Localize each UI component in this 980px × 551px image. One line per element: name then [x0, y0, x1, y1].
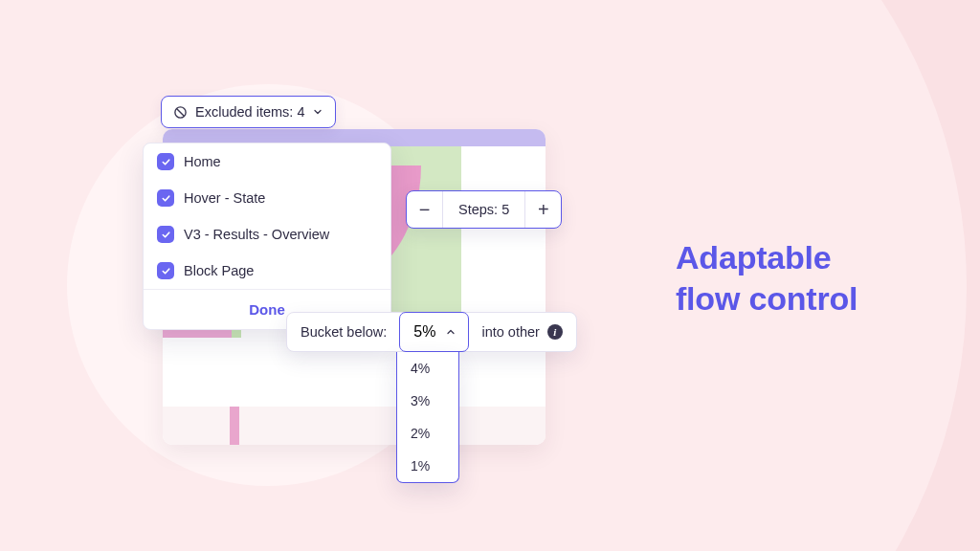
bucket-percent-dropdown: 4% 3% 2% 1% — [396, 352, 459, 483]
checkbox-checked-icon[interactable] — [157, 262, 174, 279]
bucket-after-label: into other i — [468, 313, 575, 351]
preview-stripe — [461, 146, 546, 338]
bucket-percent-option[interactable]: 4% — [397, 352, 458, 385]
ban-icon — [173, 105, 188, 120]
excluded-item-label: Hover - State — [184, 190, 265, 206]
bucket-percent-option[interactable]: 3% — [397, 385, 458, 417]
chevron-down-icon — [312, 106, 323, 118]
excluded-item[interactable]: Home — [144, 143, 390, 180]
preview-footer-bar — [163, 407, 546, 445]
steps-value: 5 — [501, 202, 509, 217]
steps-decrement-button[interactable]: − — [407, 191, 443, 228]
bucket-selected-value: 5% — [413, 323, 435, 341]
excluded-items-dropdown-trigger[interactable]: Excluded items: 4 — [161, 96, 336, 128]
excluded-item[interactable]: Hover - State — [144, 180, 390, 216]
checkbox-checked-icon[interactable] — [157, 226, 174, 243]
steps-stepper: − Steps: 5 + — [406, 190, 562, 229]
excluded-item-label: Block Page — [184, 263, 254, 278]
bucket-percent-select[interactable]: 5% — [399, 312, 469, 352]
bucket-after-text: into other — [481, 324, 539, 340]
checkbox-checked-icon[interactable] — [157, 189, 174, 207]
headline-line: Adaptable — [676, 237, 858, 278]
excluded-item[interactable]: V3 - Results - Overview — [144, 216, 390, 253]
steps-label: Steps: 5 — [443, 191, 524, 228]
bucket-before-label: Bucket below: — [287, 313, 400, 351]
bucket-percent-option[interactable]: 1% — [397, 450, 458, 482]
chevron-up-icon — [445, 326, 457, 338]
excluded-label: Excluded items: 4 — [195, 104, 304, 120]
stage: Adaptable flow control Excluded items: 4… — [0, 0, 980, 551]
excluded-count: 4 — [297, 104, 304, 120]
excluded-items-panel: Home Hover - State V3 - Results - Overvi… — [143, 143, 391, 330]
checkbox-checked-icon[interactable] — [157, 153, 174, 170]
excluded-item[interactable]: Block Page — [144, 253, 390, 289]
excluded-item-label: Home — [184, 154, 221, 169]
info-icon[interactable]: i — [547, 324, 563, 340]
svg-line-1 — [177, 108, 185, 116]
bucket-control: Bucket below: 5% into other i — [286, 312, 577, 352]
headline-line: flow control — [676, 278, 858, 320]
excluded-label-prefix: Excluded items: — [195, 104, 293, 120]
bucket-percent-option[interactable]: 2% — [397, 417, 458, 450]
excluded-item-label: V3 - Results - Overview — [184, 227, 329, 242]
steps-label-prefix: Steps: — [458, 202, 498, 217]
feature-headline: Adaptable flow control — [676, 237, 858, 319]
steps-increment-button[interactable]: + — [524, 191, 561, 228]
